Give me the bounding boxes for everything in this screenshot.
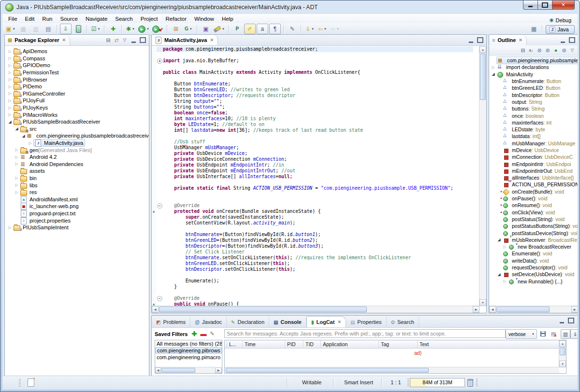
outline-item-setdevice-usbdevice-[interactable]: ◢setDevice(UsbDevice) : void xyxy=(489,271,578,278)
code-line[interactable]: btnGreenLED=(Button)findViewById(R.id.bu… xyxy=(152,238,473,243)
tree-item-mainactivity-java[interactable]: ▷JMainActivity.java xyxy=(5,140,149,147)
outline-item-mendpointintr[interactable]: mEndpointIntr : UsbEndpoi xyxy=(489,160,578,167)
log-level-select[interactable]: verbose ▼ xyxy=(506,329,537,339)
editor-hscrollbar[interactable]: ◀ ▶ xyxy=(152,306,479,313)
tree-collapsed-icon[interactable]: ▷ xyxy=(7,63,13,68)
outline-item-mdevice[interactable]: mDevice : UsbDevice xyxy=(489,147,578,154)
tree-item-assets[interactable]: assets xyxy=(5,168,149,175)
tree-item-proguard-project-txt[interactable]: ≡proguard-project.txt xyxy=(5,210,149,217)
minimize-button[interactable] xyxy=(523,0,538,10)
column-header-application[interactable]: Application xyxy=(320,340,348,348)
fold-collapse-icon[interactable]: − xyxy=(157,296,162,301)
outline-item-musbreceiver[interactable]: ◢FmUsbReceiver : BroadcastRe xyxy=(489,237,578,243)
tab-problems[interactable]: ◩Problems xyxy=(152,317,190,327)
tree-collapsed-icon[interactable]: ▷ xyxy=(490,65,496,70)
scroll-to-end-button[interactable]: ⇓ xyxy=(570,329,578,339)
tree-item-permissiontest[interactable]: ▷JPermissionTest xyxy=(5,69,149,76)
filter-item[interactable]: All messages (no filters) (28 xyxy=(155,340,222,347)
filters-hscroll-thumb[interactable] xyxy=(161,368,195,373)
menu-file[interactable]: File xyxy=(4,15,21,23)
outline-item-requestdescriptor-[interactable]: requestDescriptor() : void xyxy=(489,264,578,271)
code-line[interactable] xyxy=(152,226,473,232)
tree-item-com-piengineering-piusbsamplebroadcastreceiver[interactable]: ◢⊞com.piengineering.piusbsamplebroadcast… xyxy=(5,132,149,140)
tree-item-piusbsampleintent[interactable]: ▷JPIUsbSampleIntent xyxy=(5,224,149,231)
scroll-left-icon[interactable]: ◀ xyxy=(152,306,159,313)
tree-item-pidemo[interactable]: ▷JPIDemo xyxy=(5,83,149,90)
code-line[interactable]: setContentView(R.layout.activity_main); xyxy=(152,220,473,226)
logcat-search-input[interactable] xyxy=(224,329,506,338)
add-filter-icon[interactable]: ✚ xyxy=(191,330,197,337)
column-header-time[interactable]: Time xyxy=(242,340,256,348)
tree-collapsed-icon[interactable]: ▷ xyxy=(7,70,13,75)
externalize-strings-button[interactable]: P xyxy=(232,24,243,34)
tree-collapsed-icon[interactable]: ▷ xyxy=(14,190,20,195)
code-line[interactable]: private UsbEndpoint mEndpointIntrOut; //… xyxy=(152,168,473,174)
outline-item-poststatusbuttons-string-[interactable]: postStatusButtons(String) : void xyxy=(489,223,578,229)
tree-collapsed-icon[interactable]: ▷ xyxy=(7,106,13,110)
scroll-up-icon[interactable]: ▲ xyxy=(559,340,566,347)
view-menu-icon[interactable]: ▽ xyxy=(568,48,576,53)
filters-hscrollbar[interactable]: ◀ xyxy=(155,367,215,373)
android-sdk-manager-button[interactable]: ⇩ xyxy=(60,24,72,34)
code-line[interactable]: // Set Click Listener xyxy=(152,249,473,255)
code-line[interactable]: Button btnGreenLED; //writes to green le… xyxy=(152,87,473,93)
open-type-button[interactable]: G▼ xyxy=(183,24,194,34)
debug-button[interactable]: ✱▼ xyxy=(125,24,136,34)
perspective-java[interactable]: JJava xyxy=(546,25,575,34)
code-line[interactable] xyxy=(152,197,473,203)
android-virtual-device-manager-button[interactable] xyxy=(72,24,84,34)
code-line[interactable]: public class MainActivity extends Activi… xyxy=(152,70,473,75)
code-line[interactable]: String buttons=""; xyxy=(152,104,473,110)
outline-item-allinterfaces[interactable]: allInterfaces : UsbInterface[] xyxy=(489,174,578,181)
scroll-right-icon[interactable]: ▶ xyxy=(473,306,479,313)
tree-expanded-icon[interactable]: ◢ xyxy=(496,238,502,242)
fold-expand-icon[interactable]: + xyxy=(157,58,162,64)
logcat-vscrollbar[interactable]: ▲ ▼ xyxy=(559,340,566,367)
tree-item-libs[interactable]: ▷libs xyxy=(5,182,149,189)
tree-collapsed-icon[interactable]: ▷ xyxy=(14,148,20,152)
code-line[interactable]: − @Override xyxy=(152,295,473,301)
outline-item-oncreate-bundle-[interactable]: ▲onCreate(Bundle) : void xyxy=(489,188,578,195)
tab-console[interactable]: ▤Console xyxy=(269,317,306,327)
tree-collapsed-icon[interactable]: ▷ xyxy=(7,98,13,103)
outline-item-mconnection[interactable]: mConnection : UsbDeviceC xyxy=(489,154,578,160)
tree-collapsed-icon[interactable]: ▷ xyxy=(27,141,33,145)
code-line[interactable] xyxy=(152,191,473,197)
code-line[interactable]: btnGreenLED.setOnClickListener(this); xyxy=(152,261,473,266)
outline-item-poststatusdevice-string-[interactable]: postStatusDevice(String) : void xyxy=(489,229,578,236)
tree-item-android-dependencies[interactable]: ▷≣Android Dependencies xyxy=(5,161,149,168)
scroll-right-icon[interactable]: ▶ xyxy=(571,306,578,313)
logcat-hscroll-thumb[interactable] xyxy=(226,368,429,373)
menu-window[interactable]: Window xyxy=(190,15,218,23)
code-line[interactable]: btnDescriptor.setOnClickListener(this); xyxy=(152,266,473,272)
outline-item-buttons[interactable]: △buttons : String xyxy=(489,105,578,112)
remove-filter-icon[interactable]: ▬ xyxy=(200,330,206,337)
collapse-all-icon[interactable]: ⊟ xyxy=(104,37,112,43)
tree-expanded-icon[interactable]: ◢ xyxy=(496,272,502,277)
editor-vscroll-thumb[interactable] xyxy=(480,54,486,100)
maximize-panel-icon[interactable] xyxy=(568,318,574,323)
tree-item-pigamecontroller[interactable]: ▷JPIGameController xyxy=(5,90,149,98)
code-line[interactable]: private UsbEndpoint mEndpointIntr; //in xyxy=(152,162,473,168)
outline-hscrollbar[interactable]: ◀ ▶ xyxy=(489,306,578,313)
maximize-view-icon[interactable] xyxy=(140,37,146,43)
filter-item[interactable]: com.piengineering.pimacro xyxy=(155,354,222,361)
code-line[interactable]: ▲ protected void onCreate(Bundle savedIn… xyxy=(152,209,473,214)
tree-item-src[interactable]: ◢⊞src xyxy=(5,126,149,133)
code-line[interactable]: Button btnDescriptor; //requests descrip… xyxy=(152,93,473,98)
scroll-down-icon[interactable]: ▼ xyxy=(479,299,486,306)
close-view-icon[interactable]: ✕ xyxy=(62,38,66,42)
code-line[interactable]: boolean once=false; xyxy=(152,110,473,116)
filter-item[interactable]: com.piengineering.pibrows xyxy=(155,347,222,354)
menu-project[interactable]: Project xyxy=(137,15,162,23)
outline-item-enumerate-[interactable]: Enumerate() : void xyxy=(489,250,578,257)
outline-item-writedata-[interactable]: writeData() : void xyxy=(489,257,578,264)
code-line[interactable]: byte LEDstate=1; //default to on xyxy=(152,122,473,127)
title-bar[interactable]: Java - PIUsbSampleBroadcastReceiver/src/… xyxy=(0,0,580,14)
minimize-panel-icon[interactable] xyxy=(560,322,564,323)
scroll-left-icon[interactable]: ◀ xyxy=(489,306,496,313)
tab-declaration[interactable]: ✎Declaration xyxy=(227,317,269,327)
minimize-view-icon[interactable] xyxy=(131,42,136,43)
code-line[interactable]: //Usb stuff xyxy=(152,139,473,145)
tab-search[interactable]: ⊙Search xyxy=(387,317,419,327)
